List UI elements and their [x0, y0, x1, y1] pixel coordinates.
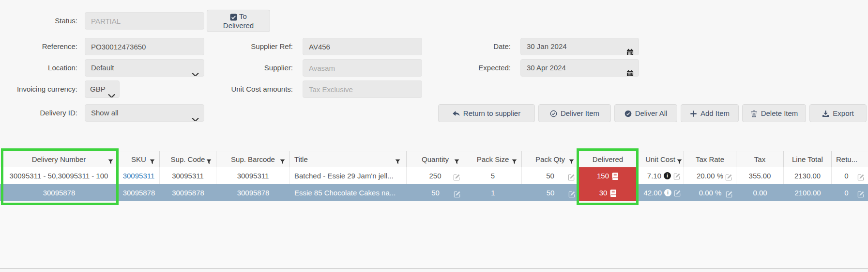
filter-icon[interactable]: [150, 157, 155, 165]
date-label: Date:: [433, 38, 511, 55]
download-icon: [822, 109, 829, 118]
edit-icon[interactable]: [725, 172, 732, 181]
col-header-delivered[interactable]: Delivered: [579, 151, 637, 167]
col-header-returned[interactable]: Retu...: [832, 151, 868, 167]
cell-tax-rate: 0.00 %: [684, 184, 736, 201]
reference-input[interactable]: [85, 38, 204, 55]
filter-icon[interactable]: [206, 157, 212, 165]
add-item-button[interactable]: Add Item: [681, 104, 739, 122]
cell-sup-code: 30095311: [160, 167, 216, 184]
col-header-tax-rate[interactable]: Tax Rate: [684, 151, 736, 167]
col-header-sku[interactable]: SKU: [118, 151, 160, 167]
cell-returned: 0: [832, 167, 868, 184]
filter-icon[interactable]: [454, 157, 459, 165]
supplier-ref-label: Supplier Ref:: [215, 38, 293, 55]
return-to-supplier-button[interactable]: Return to supplier: [438, 104, 535, 122]
calendar-icon[interactable]: [626, 43, 634, 55]
supplier-ref-input[interactable]: [303, 38, 422, 55]
deliver-item-label: Deliver Item: [561, 109, 599, 117]
sku-link[interactable]: 30095311: [123, 172, 155, 180]
edit-icon[interactable]: [674, 189, 681, 197]
edit-icon[interactable]: [726, 189, 733, 198]
col-header-line-total[interactable]: Line Total: [784, 151, 832, 167]
col-label: Pack Qty: [535, 155, 565, 163]
col-header-title[interactable]: Title: [290, 151, 407, 167]
sku-link[interactable]: 30095878: [123, 189, 155, 197]
filter-icon[interactable]: [280, 157, 285, 165]
col-header-sup-code[interactable]: Sup. Code: [160, 151, 216, 167]
col-header-pack-qty[interactable]: Pack Qty: [522, 151, 579, 167]
filter-icon[interactable]: [108, 157, 113, 165]
export-button[interactable]: Export: [809, 104, 867, 122]
col-header-quantity[interactable]: Quantity: [407, 151, 464, 167]
col-header-tax[interactable]: Tax: [736, 151, 784, 167]
info-icon[interactable]: i: [664, 189, 671, 196]
edit-icon[interactable]: [568, 189, 576, 198]
status-label: Status:: [0, 12, 77, 30]
toolbar: Return to supplier Deliver Item Deliver …: [438, 104, 867, 122]
date-value: 30 Jan 2024: [527, 42, 567, 50]
col-label: SKU: [131, 155, 146, 163]
col-header-delivery-number[interactable]: Delivery Number: [0, 151, 118, 167]
cell-returned: 0: [832, 184, 868, 201]
delete-item-button[interactable]: Delete Item: [742, 104, 806, 122]
supplier-input[interactable]: [303, 59, 422, 77]
col-header-sup-barcode[interactable]: Sup. Barcode: [216, 151, 290, 167]
cell-delivered: 150: [579, 167, 637, 184]
book-icon[interactable]: [611, 172, 619, 180]
col-label: Pack Size: [477, 155, 509, 163]
edit-icon[interactable]: [673, 172, 681, 180]
table-row[interactable]: 30095311 - 50,30095311 - 100 30095311 30…: [0, 167, 868, 184]
deliver-all-button[interactable]: Deliver All: [614, 104, 677, 122]
status-input[interactable]: [85, 12, 204, 30]
edit-icon[interactable]: [857, 189, 865, 198]
edit-icon[interactable]: [454, 189, 461, 198]
col-header-pack-size[interactable]: Pack Size: [464, 151, 522, 167]
chevron-down-icon: [192, 66, 199, 77]
filter-icon[interactable]: [395, 157, 400, 165]
location-label: Location:: [0, 59, 77, 77]
check-circle-outline-icon: [550, 109, 557, 118]
invoicing-currency-select[interactable]: GBP: [85, 80, 120, 98]
to-delivered-button[interactable]: To Delivered: [207, 10, 270, 32]
filter-icon[interactable]: [677, 157, 682, 165]
cell-pack-size: 5: [464, 167, 522, 184]
col-label: Sup. Barcode: [231, 155, 275, 163]
edit-icon[interactable]: [568, 172, 575, 181]
expected-input[interactable]: 30 Apr 2024: [520, 59, 639, 77]
col-label: Tax: [754, 155, 765, 163]
col-label: Delivered: [593, 155, 623, 163]
location-value: Default: [91, 64, 114, 72]
unit-cost-amounts-input[interactable]: [303, 80, 422, 98]
cell-delivered: 30: [579, 184, 637, 201]
unit-cost-amounts-label: Unit Cost amounts:: [215, 80, 293, 98]
col-header-unit-cost[interactable]: Unit Cost: [637, 151, 684, 167]
delivery-id-select[interactable]: Show all: [85, 104, 204, 122]
col-label: Line Total: [792, 155, 823, 163]
edit-icon[interactable]: [453, 172, 460, 181]
delivery-id-value: Show all: [91, 109, 119, 117]
location-select[interactable]: Default: [85, 59, 204, 77]
cell-title: Batched - Essie 29 Jam'n jell...: [290, 167, 407, 184]
calendar-icon[interactable]: [626, 64, 634, 77]
cell-quantity: 250: [407, 167, 464, 184]
deliver-item-button[interactable]: Deliver Item: [538, 104, 611, 122]
col-label: Tax Rate: [696, 155, 724, 163]
items-grid: Delivery Number SKU Sup. Code Sup. Barco…: [0, 151, 868, 269]
filter-icon[interactable]: [569, 157, 574, 165]
table-row-selected[interactable]: 30095878 30095878 30095878 30095878 Essi…: [0, 184, 868, 201]
book-icon[interactable]: [609, 189, 617, 197]
chevron-down-icon: [108, 87, 115, 98]
cell-delivery-number: 30095878: [0, 184, 118, 201]
date-input[interactable]: 30 Jan 2024: [520, 38, 639, 55]
reply-arrow-icon: [453, 109, 460, 118]
check-circle-solid-icon: [624, 109, 632, 118]
expected-label: Expected:: [433, 59, 511, 77]
info-icon[interactable]: i: [664, 172, 671, 179]
deliver-all-label: Deliver All: [635, 109, 668, 117]
to-delivered-text-wrap: To Delivered: [218, 12, 259, 30]
col-label: Delivery Number: [32, 155, 86, 163]
filter-icon[interactable]: [512, 157, 517, 165]
edit-icon[interactable]: [857, 172, 865, 181]
cell-line-total: 2130.00: [784, 167, 832, 184]
